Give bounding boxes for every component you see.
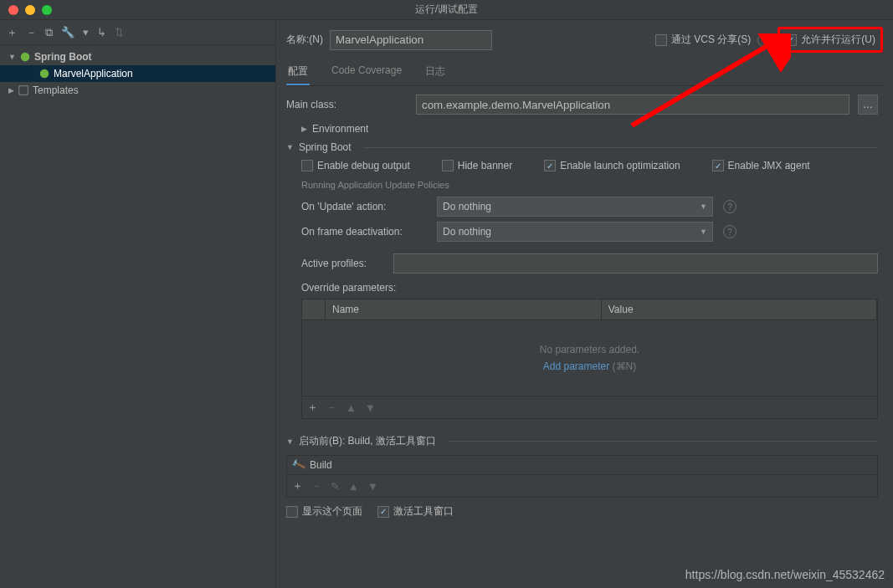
list-item[interactable]: 🔨 Build <box>287 456 877 474</box>
no-params-text: No parameters added. <box>540 344 639 355</box>
params-table: Name Value No parameters added. Add para… <box>301 299 878 419</box>
checkbox-label: 通过 VCS 分享(S) <box>671 33 751 47</box>
shortcut-text: (⌘N) <box>613 360 637 372</box>
separator <box>363 147 878 148</box>
policies-title: Running Application Update Policies <box>301 180 878 190</box>
section-springboot[interactable]: ▼ Spring Boot <box>286 141 878 153</box>
remove-icon[interactable]: － <box>26 25 37 40</box>
tab-logs[interactable]: 日志 <box>423 59 447 85</box>
override-params-label: Override parameters: <box>301 282 878 294</box>
checkbox-icon <box>286 506 298 518</box>
help-icon[interactable]: ? <box>757 33 771 47</box>
th-value: Value <box>602 299 877 320</box>
checkbox-icon <box>442 160 454 171</box>
checkbox-icon <box>301 160 313 171</box>
watermark: https://blog.csdn.net/weixin_45532462 <box>685 568 885 581</box>
remove-icon[interactable]: － <box>326 400 337 415</box>
svg-rect-2 <box>19 86 28 95</box>
chevron-down-icon: ▼ <box>700 228 707 236</box>
build-icon: 🔨 <box>290 458 306 473</box>
name-input[interactable] <box>330 30 492 50</box>
highlight-box: 允许并行运行(U) <box>778 27 883 53</box>
handle-col <box>302 299 326 320</box>
on-update-select[interactable]: Do nothing▼ <box>437 197 713 217</box>
checkbox-label: 激活工具窗口 <box>393 504 454 519</box>
on-frame-select[interactable]: Do nothing▼ <box>437 222 713 242</box>
hide-banner-checkbox[interactable]: Hide banner <box>442 160 512 171</box>
up-icon[interactable]: ▲ <box>346 401 357 414</box>
tree-node-templates[interactable]: ▶ Templates <box>0 82 275 99</box>
svg-point-0 <box>21 53 30 62</box>
dropdown-icon[interactable]: ▾ <box>83 26 89 38</box>
close-window-icon[interactable] <box>8 5 18 15</box>
titlebar: 运行/调试配置 <box>0 0 893 20</box>
tree-label: MarvelApplication <box>54 68 133 79</box>
springboot-icon <box>38 68 50 79</box>
show-page-checkbox[interactable]: 显示这个页面 <box>286 504 362 519</box>
browse-button[interactable]: … <box>858 95 878 115</box>
allow-parallel-checkbox[interactable]: 允许并行运行(U) <box>785 33 875 47</box>
checkbox-icon <box>544 160 556 171</box>
help-icon[interactable]: ? <box>723 225 736 238</box>
add-parameter-link[interactable]: Add parameter <box>543 360 609 372</box>
collapse-icon: ▼ <box>286 143 294 151</box>
activate-tool-checkbox[interactable]: 激活工具窗口 <box>377 504 454 519</box>
tree-node-app[interactable]: MarvelApplication <box>0 65 275 82</box>
section-before-launch[interactable]: ▼ 启动前(B): Build, 激活工具窗口 <box>286 434 878 448</box>
add-icon[interactable]: ＋ <box>307 400 318 415</box>
checkbox-icon <box>712 160 724 171</box>
help-icon[interactable]: ? <box>723 200 736 213</box>
tab-coverage[interactable]: Code Coverage <box>330 59 403 85</box>
list-label: Build <box>310 459 332 471</box>
details-panel: 名称:(N) 通过 VCS 分享(S) ? 允许并行运行(U) 配置 Code … <box>276 20 893 588</box>
active-profiles-input[interactable] <box>393 253 878 274</box>
tab-bar: 配置 Code Coverage 日志 <box>286 59 883 86</box>
tab-config[interactable]: 配置 <box>286 59 310 85</box>
edit-icon[interactable]: ✎ <box>331 480 340 493</box>
th-name: Name <box>326 299 602 320</box>
section-title: Environment <box>312 123 368 135</box>
checkbox-label: Enable debug output <box>317 160 410 171</box>
separator <box>448 441 878 442</box>
collapse-icon: ▼ <box>286 437 294 446</box>
checkbox-label: Enable launch optimization <box>560 160 680 171</box>
mainclass-label: Main class: <box>286 99 408 110</box>
enable-jmx-checkbox[interactable]: Enable JMX agent <box>712 160 810 171</box>
enable-launch-checkbox[interactable]: Enable launch optimization <box>544 160 680 171</box>
share-vcs-checkbox[interactable]: 通过 VCS 分享(S) <box>655 33 751 47</box>
sidebar: ＋ － ⧉ 🔧 ▾ ↳ ⇅ ▼ Spring Boot MarvelApplic… <box>0 20 276 588</box>
minimize-window-icon[interactable] <box>25 5 35 15</box>
copy-icon[interactable]: ⧉ <box>45 26 53 39</box>
sort-icon[interactable]: ⇅ <box>115 26 124 38</box>
checkbox-label: Enable JMX agent <box>728 160 810 171</box>
checkbox-icon <box>785 34 797 46</box>
chevron-down-icon: ▼ <box>700 202 707 211</box>
config-tree: ▼ Spring Boot MarvelApplication ▶ Templa… <box>0 45 275 102</box>
tree-node-springboot[interactable]: ▼ Spring Boot <box>0 49 275 65</box>
expand-icon: ▶ <box>8 86 14 95</box>
on-update-label: On 'Update' action: <box>301 201 427 212</box>
section-title: 启动前(B): Build, 激活工具窗口 <box>299 434 436 448</box>
checkbox-label: 显示这个页面 <box>302 504 362 519</box>
tree-icon[interactable]: ↳ <box>97 26 106 38</box>
add-icon[interactable]: ＋ <box>292 478 303 493</box>
checkbox-label: Hide banner <box>458 160 512 171</box>
remove-icon[interactable]: － <box>311 478 322 493</box>
select-value: Do nothing <box>443 226 491 238</box>
wrench-icon[interactable]: 🔧 <box>61 26 74 38</box>
section-environment[interactable]: ▶ Environment <box>301 123 878 135</box>
traffic-lights <box>8 5 52 15</box>
window-title: 运行/调试配置 <box>415 3 478 17</box>
checkbox-icon <box>377 506 389 518</box>
zoom-window-icon[interactable] <box>42 5 52 15</box>
enable-debug-checkbox[interactable]: Enable debug output <box>301 160 410 171</box>
springboot-icon <box>19 51 31 63</box>
mainclass-input[interactable] <box>416 95 849 115</box>
tree-label: Spring Boot <box>34 51 92 63</box>
down-icon[interactable]: ▼ <box>365 401 376 414</box>
down-icon[interactable]: ▼ <box>367 480 378 493</box>
add-icon[interactable]: ＋ <box>7 25 18 40</box>
active-profiles-label: Active profiles: <box>301 258 385 269</box>
up-icon[interactable]: ▲ <box>348 480 359 493</box>
checkbox-icon <box>655 34 667 46</box>
